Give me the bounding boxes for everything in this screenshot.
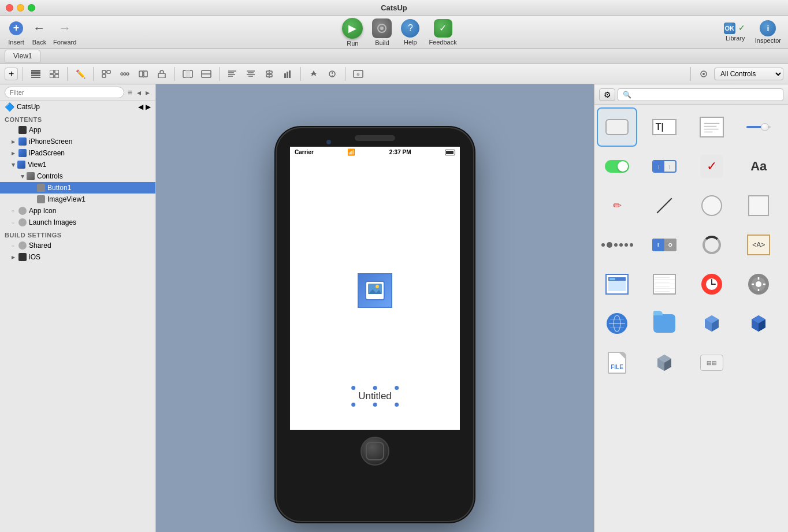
sidebar-item-shared[interactable]: ○ Shared	[0, 240, 155, 251]
sidebar-item-iphone[interactable]: ▶ iPhoneScreen	[0, 136, 155, 147]
library-button[interactable]: OK ✓ Library	[723, 21, 748, 43]
shrink-btn[interactable]	[198, 66, 214, 81]
build-label: Build	[375, 39, 389, 46]
resolve-btn[interactable]	[324, 66, 340, 81]
status-bar: Carrier 📶 2:37 PM	[290, 147, 460, 158]
view1-icon	[17, 161, 25, 169]
feedback-button[interactable]: ✓ Feedback	[429, 19, 456, 46]
segmented-icon: | |	[652, 160, 677, 173]
obj-slider[interactable]	[738, 107, 779, 147]
sidebar-search-input[interactable]	[5, 87, 124, 98]
onoff-icon: I O	[652, 239, 677, 251]
obj-globe[interactable]	[597, 304, 637, 343]
sel-dot-tl	[351, 386, 355, 390]
forward-label: Forward	[53, 39, 76, 46]
library-label: Library	[726, 35, 745, 42]
sidebar-item-app[interactable]: App	[0, 124, 155, 136]
obj-webview[interactable]	[597, 265, 637, 304]
attributed-icon: <A>	[747, 235, 770, 255]
sidebar-item-view1[interactable]: ▶ View1	[0, 159, 155, 170]
obj-label[interactable]: Aa	[738, 147, 779, 186]
text-field-icon: T|	[652, 119, 677, 135]
sidebar-item-appicon[interactable]: ○ App Icon	[0, 205, 155, 217]
obj-cube-gray[interactable]	[644, 343, 685, 382]
sidebar-item-controls[interactable]: ▶ Controls	[0, 170, 155, 182]
obj-dots[interactable]	[597, 225, 637, 265]
sidebar-collapse-icon[interactable]: ≡	[127, 87, 133, 98]
obj-clock[interactable]	[692, 265, 732, 304]
obj-cube[interactable]	[692, 304, 732, 343]
close-button[interactable]	[6, 4, 13, 12]
controls-filter-select[interactable]: All Controls	[714, 68, 783, 80]
back-button[interactable]: ← Back	[30, 19, 49, 46]
chart-btn[interactable]	[280, 66, 296, 81]
sidebar-nav-forward-icon[interactable]: ▸	[144, 87, 151, 98]
distribute-v-btn[interactable]	[261, 66, 277, 81]
objects-search-input[interactable]	[618, 88, 783, 101]
sidebar-item-button1[interactable]: Button1	[0, 182, 155, 194]
appicon-triangle: ○	[12, 209, 16, 214]
sidebar-app-label: App	[29, 126, 41, 134]
obj-rounded-rect[interactable]	[597, 107, 637, 147]
obj-file[interactable]: FILE	[597, 343, 637, 382]
pencil-icon: ✏	[605, 194, 629, 217]
pin-btn[interactable]	[306, 66, 322, 81]
insert-button[interactable]: + Insert	[7, 19, 25, 46]
view1-tab[interactable]: View1	[5, 50, 40, 62]
sidebar-nav-back-icon[interactable]: ◂	[136, 87, 142, 98]
table-view-btn[interactable]	[28, 66, 44, 81]
obj-gear[interactable]	[738, 265, 779, 304]
obj-line[interactable]	[644, 186, 685, 225]
obj-circle[interactable]	[692, 186, 732, 225]
arrange-btn[interactable]	[98, 66, 114, 81]
svg-rect-10	[50, 75, 54, 78]
canvas-scale-btn[interactable]: ⊕	[350, 66, 366, 81]
pen-tool-btn[interactable]: ✏️	[72, 66, 88, 81]
sidebar-item-launchimages[interactable]: ○ Launch Images	[0, 217, 155, 228]
sidebar-item-ios[interactable]: ▶ iOS	[0, 251, 155, 263]
obj-text-field[interactable]: T|	[644, 107, 685, 147]
insert-label: Insert	[8, 39, 24, 46]
obj-square[interactable]	[738, 186, 779, 225]
align-left-btn[interactable]	[224, 66, 240, 81]
svg-rect-11	[55, 75, 59, 78]
maximize-button[interactable]	[28, 4, 35, 12]
svg-point-15	[121, 73, 123, 75]
obj-onoff[interactable]: I O	[644, 225, 685, 265]
obj-segmented[interactable]: | |	[644, 147, 685, 186]
obj-text-view[interactable]	[692, 107, 732, 147]
flip-btn[interactable]	[135, 66, 151, 81]
minimize-button[interactable]	[17, 4, 24, 12]
obj-key-combo[interactable]: ▤▤	[692, 343, 732, 382]
filter-gear-button[interactable]: ⚙	[599, 88, 615, 101]
expand-btn[interactable]	[180, 66, 196, 81]
obj-tableview[interactable]: ────── ────── ────── ──────	[644, 265, 685, 304]
obj-check[interactable]: ✓	[692, 147, 732, 186]
sidebar-item-imageview1[interactable]: ImageView1	[0, 194, 155, 205]
obj-cube-dark[interactable]	[738, 304, 779, 343]
run-button[interactable]: ▶ Run	[342, 18, 363, 47]
lock-btn[interactable]	[154, 66, 170, 81]
untitled-container[interactable]: Untitled	[351, 386, 399, 407]
home-button[interactable]	[360, 437, 389, 466]
image-view-widget[interactable]	[358, 273, 392, 308]
ios-triangle: ▶	[12, 255, 16, 260]
sidebar-item-ipad[interactable]: ▶ iPadScreen	[0, 147, 155, 159]
ipad-triangle: ▶	[12, 151, 16, 156]
build-button[interactable]: Build	[372, 18, 392, 46]
obj-toggle[interactable]	[597, 147, 637, 186]
tab-bar: View1	[0, 49, 788, 64]
obj-activity[interactable]	[692, 225, 732, 265]
obj-folder[interactable]	[644, 304, 685, 343]
obj-attributed[interactable]: <A>	[738, 225, 779, 265]
align-center-btn[interactable]	[243, 66, 259, 81]
inspector-button[interactable]: i Inspector	[755, 20, 781, 44]
group-btn[interactable]	[117, 66, 133, 81]
forward-button[interactable]: → Forward	[53, 19, 76, 46]
obj-pencil[interactable]: ✏	[597, 186, 637, 225]
add-button[interactable]: +	[5, 68, 18, 80]
sidebar-item-project[interactable]: 🔷 CatsUp ◀ ▶	[0, 101, 155, 113]
outline-view-btn[interactable]	[46, 66, 62, 81]
help-button[interactable]: ? Help	[401, 19, 419, 46]
imageview1-icon	[37, 195, 45, 203]
